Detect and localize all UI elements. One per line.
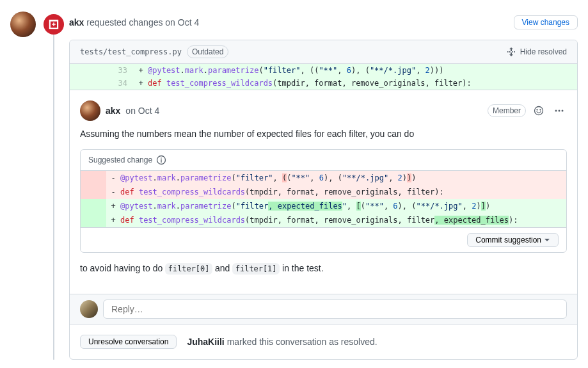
comment-avatar[interactable] <box>80 100 100 121</box>
suggestion-box: Suggested change -@pytest.mark.parametri… <box>80 149 567 253</box>
hide-resolved-label: Hide resolved <box>520 47 567 56</box>
caret-down-icon <box>544 237 550 243</box>
comment-author[interactable]: akx <box>106 106 120 116</box>
view-changes-button[interactable]: View changes <box>514 15 578 29</box>
diff-block: 33+@pytest.mark.parametrize("filter", ((… <box>70 64 577 90</box>
reply-input[interactable] <box>103 300 567 319</box>
info-icon[interactable] <box>156 155 166 165</box>
resolve-row: Unresolve conversation JuhaKiili marked … <box>70 324 577 359</box>
suggestion-line: +def test_compress_wildcards(tmpdir, for… <box>81 213 566 227</box>
reply-row <box>70 294 577 324</box>
unresolve-conversation-button[interactable]: Unresolve conversation <box>80 335 177 349</box>
review-author[interactable]: akx <box>69 17 84 28</box>
member-badge: Member <box>488 104 526 117</box>
comment-body-after: to avoid having to do filter[0] and filt… <box>80 263 567 273</box>
diff-line: 34+def test_compress_wildcards(tmpdir, f… <box>70 77 577 90</box>
review-header: akx requested changes on Oct 4 View chan… <box>69 15 578 29</box>
suggestion-diff: -@pytest.mark.parametrize("filter", (("*… <box>81 171 566 227</box>
inline-code: filter[0] <box>165 263 212 275</box>
svg-point-1 <box>537 109 537 110</box>
reviewer-avatar[interactable] <box>10 12 36 37</box>
smiley-icon <box>534 106 544 116</box>
commit-suggestion-button[interactable]: Commit suggestion <box>467 233 559 247</box>
emoji-reaction-button[interactable] <box>531 103 546 118</box>
comment-body-before: Assuming the numbers mean the number of … <box>80 129 567 139</box>
review-action: requested changes on Oct 4 <box>86 17 199 28</box>
timeline-line <box>53 35 54 360</box>
resolved-text: JuhaKiili marked this conversation as re… <box>187 337 377 347</box>
inline-code: filter[1] <box>232 263 280 275</box>
hide-resolved-button[interactable]: Hide resolved <box>506 47 567 57</box>
current-user-avatar[interactable] <box>80 300 98 318</box>
file-path[interactable]: tests/test_compress.py <box>80 47 182 56</box>
suggestion-line: +@pytest.mark.parametrize("filter, expec… <box>81 199 566 213</box>
suggestion-line: -def test_compress_wildcards(tmpdir, for… <box>81 185 566 199</box>
suggested-change-label: Suggested change <box>88 156 152 164</box>
svg-point-5 <box>562 110 564 112</box>
changes-requested-icon <box>44 14 64 35</box>
comment-time: on Oct 4 <box>125 106 159 116</box>
suggestion-line: -@pytest.mark.parametrize("filter", (("*… <box>81 171 566 185</box>
diff-line: 33+@pytest.mark.parametrize("filter", ((… <box>70 64 577 77</box>
unfold-icon <box>506 47 516 57</box>
svg-point-2 <box>540 109 541 110</box>
outdated-badge: Outdated <box>187 45 228 58</box>
kebab-icon <box>554 106 564 116</box>
svg-point-0 <box>535 107 543 115</box>
file-header: tests/test_compress.py Outdated Hide res… <box>70 40 577 64</box>
svg-point-4 <box>559 110 560 112</box>
svg-point-3 <box>555 110 557 112</box>
svg-point-7 <box>161 157 162 159</box>
kebab-menu-button[interactable] <box>552 103 567 118</box>
